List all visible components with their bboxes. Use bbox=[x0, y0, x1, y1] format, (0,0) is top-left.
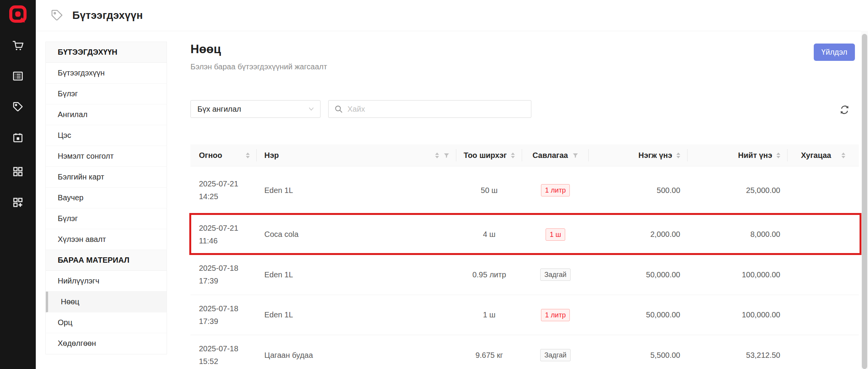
sidebar-item-supplier[interactable]: Нийлүүлэгч bbox=[46, 271, 167, 292]
sidebar-item-product[interactable]: Бүтээгдэхүүн bbox=[46, 63, 167, 84]
cell-unit-price: 50,000.00 bbox=[589, 270, 688, 279]
page-title: Нөөц bbox=[190, 42, 221, 56]
cell-total-price: 53,212.50 bbox=[688, 351, 788, 360]
sidebar-item-extra-option[interactable]: Нэмэлт сонголт bbox=[46, 146, 167, 167]
sidebar-item-receiving[interactable]: Хүлээн авалт bbox=[46, 229, 167, 250]
table-row[interactable]: 2025-07-1817:39 Eden 1L 1 ш 1 литр 50,00… bbox=[190, 295, 859, 335]
app-window: Бүтээгдэхүүн БҮТЭЭГДЭХҮҮН Бүтээгдэхүүн Б… bbox=[0, 0, 868, 369]
sort-icon[interactable] bbox=[676, 153, 680, 158]
sidebar-menu: БҮТЭЭГДЭХҮҮН Бүтээгдэхүүн Бүлэг Ангилал … bbox=[45, 42, 167, 354]
cell-package: 1 литр bbox=[522, 309, 589, 321]
cell-package: Задгай bbox=[522, 268, 589, 281]
cell-unit-price: 50,000.00 bbox=[589, 310, 688, 319]
cell-name: Eden 1L bbox=[257, 270, 456, 279]
filter-funnel-icon[interactable] bbox=[573, 153, 578, 158]
table-row[interactable]: 2025-07-2114:25 Eden 1L 50 ш 1 литр 500.… bbox=[190, 166, 859, 215]
stock-table: Огноо Нэр Тоо ширхэг Савлагаа Нэгж үнэ bbox=[190, 144, 859, 369]
sort-icon[interactable] bbox=[776, 153, 780, 158]
cell-unit-price: 500.00 bbox=[589, 186, 688, 195]
package-badge: Задгай bbox=[540, 268, 571, 281]
sidebar-item-gift-card[interactable]: Бэлгийн карт bbox=[46, 167, 167, 188]
cell-date: 2025-07-1817:39 bbox=[190, 262, 257, 287]
cell-name: Eden 1L bbox=[257, 310, 456, 319]
cell-total-price: 25,000.00 bbox=[688, 186, 788, 195]
page-subtitle: Бэлэн бараа бүтээгдэхүүний жагсаалт bbox=[190, 62, 327, 71]
sort-icon[interactable] bbox=[435, 153, 439, 158]
column-header-unit-price[interactable]: Нэгж үнэ bbox=[589, 144, 688, 166]
column-header-quantity[interactable]: Тоо ширхэг bbox=[456, 144, 522, 166]
cell-name: Coca cola bbox=[257, 230, 456, 239]
cell-total-price: 8,000.00 bbox=[688, 230, 788, 239]
package-badge: 1 ш bbox=[546, 228, 565, 241]
cart-icon[interactable] bbox=[12, 40, 24, 52]
sidebar-item-movement[interactable]: Хөдөлгөөн bbox=[46, 333, 167, 354]
category-select-value: Бүх ангилал bbox=[197, 105, 309, 114]
grid-add-icon[interactable] bbox=[12, 196, 24, 208]
cell-quantity: 50 ш bbox=[456, 186, 522, 195]
cell-date: 2025-07-2114:25 bbox=[190, 178, 257, 203]
cell-unit-price: 5,500.00 bbox=[589, 351, 688, 360]
sidebar-section-products: БҮТЭЭГДЭХҮҮН bbox=[46, 42, 167, 63]
package-badge: 1 литр bbox=[541, 309, 570, 321]
cell-name: Eden 1L bbox=[257, 186, 456, 195]
cell-unit-price: 2,000.00 bbox=[589, 230, 688, 239]
column-header-package[interactable]: Савлагаа bbox=[522, 144, 589, 166]
cell-date: 2025-07-1815:52 bbox=[190, 342, 257, 368]
table-row[interactable]: 2025-07-2111:46 Coca cola 4 ш 1 ш 2,000.… bbox=[190, 215, 859, 255]
cell-name: Цагаан будаа bbox=[257, 351, 456, 360]
page-tag-icon bbox=[50, 8, 64, 22]
cell-package: Задгай bbox=[522, 349, 589, 361]
table-row[interactable]: 2025-07-1815:52 Цагаан будаа 9.675 кг За… bbox=[190, 335, 859, 369]
list-icon[interactable] bbox=[12, 70, 24, 82]
search-icon bbox=[335, 105, 343, 113]
actions-button[interactable]: Үйлдэл bbox=[814, 44, 855, 61]
category-select[interactable]: Бүх ангилал bbox=[190, 100, 320, 118]
sidebar-item-group2[interactable]: Бүлэг bbox=[46, 208, 167, 229]
cell-package: 1 литр bbox=[522, 184, 589, 196]
search-input[interactable] bbox=[347, 104, 525, 114]
search-box bbox=[328, 100, 531, 118]
sidebar-item-ingredient[interactable]: Орц bbox=[46, 312, 167, 333]
cell-date: 2025-07-2111:46 bbox=[190, 222, 257, 247]
cell-total-price: 100,000.00 bbox=[688, 270, 788, 279]
cell-quantity: 1 ш bbox=[456, 310, 522, 319]
table-header-row: Огноо Нэр Тоо ширхэг Савлагаа Нэгж үнэ bbox=[190, 144, 859, 166]
filter-funnel-icon[interactable] bbox=[444, 153, 449, 158]
tag-icon[interactable] bbox=[12, 101, 24, 113]
column-header-name[interactable]: Нэр bbox=[257, 144, 456, 166]
column-header-duration[interactable]: Хугацаа bbox=[788, 144, 859, 166]
sidebar-item-voucher[interactable]: Ваучер bbox=[46, 188, 167, 208]
sidebar-section-materials: БАРАА МАТЕРИАЛ bbox=[46, 250, 167, 271]
column-header-date[interactable]: Огноо bbox=[190, 144, 257, 166]
sidebar-item-menu[interactable]: Цэс bbox=[46, 125, 167, 146]
sync-icon[interactable] bbox=[839, 104, 850, 115]
sidebar-item-group[interactable]: Бүлэг bbox=[46, 84, 167, 104]
top-bar: Бүтээгдэхүүн bbox=[36, 0, 861, 31]
cell-quantity: 9.675 кг bbox=[456, 351, 522, 360]
breadcrumb-title: Бүтээгдэхүүн bbox=[72, 10, 143, 22]
cell-package: 1 ш bbox=[522, 228, 589, 241]
sidebar-item-stock[interactable]: Нөөц bbox=[46, 292, 167, 312]
grid-icon[interactable] bbox=[12, 166, 24, 178]
sidebar-item-category[interactable]: Ангилал bbox=[46, 104, 167, 125]
package-badge: Задгай bbox=[540, 349, 571, 361]
cell-quantity: 0.95 литр bbox=[456, 270, 522, 279]
cell-total-price: 100,000.00 bbox=[688, 310, 788, 319]
app-logo-icon[interactable] bbox=[8, 5, 27, 24]
cell-date: 2025-07-1817:39 bbox=[190, 302, 257, 328]
cell-quantity: 4 ш bbox=[456, 230, 522, 239]
sort-icon[interactable] bbox=[841, 153, 845, 158]
chevron-down-icon bbox=[309, 107, 314, 111]
column-header-total-price[interactable]: Нийт үнэ bbox=[688, 144, 788, 166]
sort-icon[interactable] bbox=[511, 153, 515, 158]
icon-rail bbox=[0, 0, 36, 369]
package-badge: 1 литр bbox=[541, 184, 570, 196]
window-scrollbar-track bbox=[861, 31, 868, 369]
calendar-icon[interactable] bbox=[12, 132, 24, 144]
window-scrollbar-thumb[interactable] bbox=[862, 34, 867, 369]
table-row[interactable]: 2025-07-1817:39 Eden 1L 0.95 литр Задгай… bbox=[190, 255, 859, 295]
sort-icon[interactable] bbox=[246, 153, 250, 158]
